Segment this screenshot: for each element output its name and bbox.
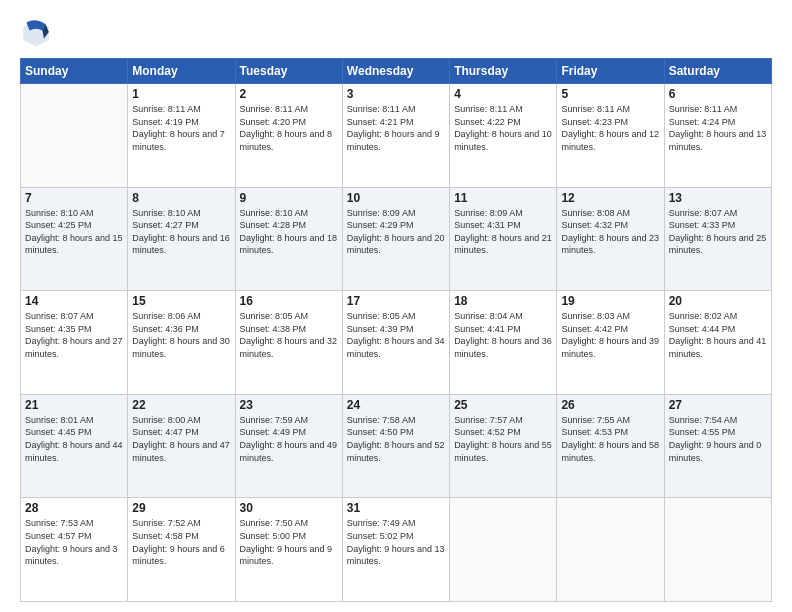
- calendar-cell: 1Sunrise: 8:11 AMSunset: 4:19 PMDaylight…: [128, 84, 235, 188]
- header: [20, 16, 772, 48]
- calendar-cell: 20Sunrise: 8:02 AMSunset: 4:44 PMDayligh…: [664, 291, 771, 395]
- calendar-cell: [664, 498, 771, 602]
- calendar-cell: 18Sunrise: 8:04 AMSunset: 4:41 PMDayligh…: [450, 291, 557, 395]
- calendar-cell: 17Sunrise: 8:05 AMSunset: 4:39 PMDayligh…: [342, 291, 449, 395]
- calendar-week-row: 7Sunrise: 8:10 AMSunset: 4:25 PMDaylight…: [21, 187, 772, 291]
- day-info: Sunrise: 8:06 AMSunset: 4:36 PMDaylight:…: [132, 310, 230, 360]
- day-number: 7: [25, 191, 123, 205]
- day-header: Tuesday: [235, 59, 342, 84]
- calendar-cell: 12Sunrise: 8:08 AMSunset: 4:32 PMDayligh…: [557, 187, 664, 291]
- day-info: Sunrise: 7:55 AMSunset: 4:53 PMDaylight:…: [561, 414, 659, 464]
- day-header: Thursday: [450, 59, 557, 84]
- calendar-cell: 19Sunrise: 8:03 AMSunset: 4:42 PMDayligh…: [557, 291, 664, 395]
- calendar-cell: 27Sunrise: 7:54 AMSunset: 4:55 PMDayligh…: [664, 394, 771, 498]
- day-number: 25: [454, 398, 552, 412]
- day-info: Sunrise: 8:05 AMSunset: 4:39 PMDaylight:…: [347, 310, 445, 360]
- day-number: 23: [240, 398, 338, 412]
- day-number: 14: [25, 294, 123, 308]
- calendar-week-row: 14Sunrise: 8:07 AMSunset: 4:35 PMDayligh…: [21, 291, 772, 395]
- calendar-week-row: 28Sunrise: 7:53 AMSunset: 4:57 PMDayligh…: [21, 498, 772, 602]
- day-number: 15: [132, 294, 230, 308]
- day-number: 8: [132, 191, 230, 205]
- day-info: Sunrise: 8:11 AMSunset: 4:21 PMDaylight:…: [347, 103, 445, 153]
- day-header: Sunday: [21, 59, 128, 84]
- day-number: 6: [669, 87, 767, 101]
- calendar-cell: 13Sunrise: 8:07 AMSunset: 4:33 PMDayligh…: [664, 187, 771, 291]
- day-info: Sunrise: 7:49 AMSunset: 5:02 PMDaylight:…: [347, 517, 445, 567]
- day-header: Wednesday: [342, 59, 449, 84]
- calendar-cell: 28Sunrise: 7:53 AMSunset: 4:57 PMDayligh…: [21, 498, 128, 602]
- day-number: 22: [132, 398, 230, 412]
- calendar-cell: 23Sunrise: 7:59 AMSunset: 4:49 PMDayligh…: [235, 394, 342, 498]
- day-info: Sunrise: 8:09 AMSunset: 4:29 PMDaylight:…: [347, 207, 445, 257]
- day-number: 27: [669, 398, 767, 412]
- calendar-cell: 24Sunrise: 7:58 AMSunset: 4:50 PMDayligh…: [342, 394, 449, 498]
- day-number: 20: [669, 294, 767, 308]
- calendar-week-row: 1Sunrise: 8:11 AMSunset: 4:19 PMDaylight…: [21, 84, 772, 188]
- day-info: Sunrise: 7:50 AMSunset: 5:00 PMDaylight:…: [240, 517, 338, 567]
- calendar-cell: 16Sunrise: 8:05 AMSunset: 4:38 PMDayligh…: [235, 291, 342, 395]
- calendar-cell: 10Sunrise: 8:09 AMSunset: 4:29 PMDayligh…: [342, 187, 449, 291]
- day-number: 19: [561, 294, 659, 308]
- calendar-cell: 25Sunrise: 7:57 AMSunset: 4:52 PMDayligh…: [450, 394, 557, 498]
- day-info: Sunrise: 7:57 AMSunset: 4:52 PMDaylight:…: [454, 414, 552, 464]
- day-number: 2: [240, 87, 338, 101]
- day-number: 26: [561, 398, 659, 412]
- calendar-cell: 5Sunrise: 8:11 AMSunset: 4:23 PMDaylight…: [557, 84, 664, 188]
- day-info: Sunrise: 7:54 AMSunset: 4:55 PMDaylight:…: [669, 414, 767, 464]
- calendar-cell: 2Sunrise: 8:11 AMSunset: 4:20 PMDaylight…: [235, 84, 342, 188]
- calendar-cell: [21, 84, 128, 188]
- logo-icon: [20, 16, 52, 48]
- day-info: Sunrise: 8:10 AMSunset: 4:25 PMDaylight:…: [25, 207, 123, 257]
- day-number: 28: [25, 501, 123, 515]
- day-number: 3: [347, 87, 445, 101]
- calendar-cell: 31Sunrise: 7:49 AMSunset: 5:02 PMDayligh…: [342, 498, 449, 602]
- calendar-cell: 30Sunrise: 7:50 AMSunset: 5:00 PMDayligh…: [235, 498, 342, 602]
- calendar-cell: [557, 498, 664, 602]
- day-info: Sunrise: 8:11 AMSunset: 4:23 PMDaylight:…: [561, 103, 659, 153]
- day-number: 11: [454, 191, 552, 205]
- day-info: Sunrise: 8:08 AMSunset: 4:32 PMDaylight:…: [561, 207, 659, 257]
- day-number: 18: [454, 294, 552, 308]
- day-info: Sunrise: 7:53 AMSunset: 4:57 PMDaylight:…: [25, 517, 123, 567]
- calendar-cell: 22Sunrise: 8:00 AMSunset: 4:47 PMDayligh…: [128, 394, 235, 498]
- day-info: Sunrise: 8:09 AMSunset: 4:31 PMDaylight:…: [454, 207, 552, 257]
- calendar-cell: 21Sunrise: 8:01 AMSunset: 4:45 PMDayligh…: [21, 394, 128, 498]
- day-info: Sunrise: 7:58 AMSunset: 4:50 PMDaylight:…: [347, 414, 445, 464]
- day-number: 17: [347, 294, 445, 308]
- day-number: 10: [347, 191, 445, 205]
- day-header: Friday: [557, 59, 664, 84]
- calendar-cell: 15Sunrise: 8:06 AMSunset: 4:36 PMDayligh…: [128, 291, 235, 395]
- calendar-week-row: 21Sunrise: 8:01 AMSunset: 4:45 PMDayligh…: [21, 394, 772, 498]
- day-number: 13: [669, 191, 767, 205]
- day-number: 12: [561, 191, 659, 205]
- calendar-cell: 11Sunrise: 8:09 AMSunset: 4:31 PMDayligh…: [450, 187, 557, 291]
- day-info: Sunrise: 8:11 AMSunset: 4:24 PMDaylight:…: [669, 103, 767, 153]
- calendar-cell: 3Sunrise: 8:11 AMSunset: 4:21 PMDaylight…: [342, 84, 449, 188]
- day-header: Monday: [128, 59, 235, 84]
- day-info: Sunrise: 8:11 AMSunset: 4:19 PMDaylight:…: [132, 103, 230, 153]
- logo: [20, 16, 56, 48]
- calendar-cell: 14Sunrise: 8:07 AMSunset: 4:35 PMDayligh…: [21, 291, 128, 395]
- day-number: 16: [240, 294, 338, 308]
- day-number: 1: [132, 87, 230, 101]
- calendar-cell: 8Sunrise: 8:10 AMSunset: 4:27 PMDaylight…: [128, 187, 235, 291]
- calendar-cell: 26Sunrise: 7:55 AMSunset: 4:53 PMDayligh…: [557, 394, 664, 498]
- calendar-cell: 6Sunrise: 8:11 AMSunset: 4:24 PMDaylight…: [664, 84, 771, 188]
- calendar-cell: [450, 498, 557, 602]
- day-info: Sunrise: 7:52 AMSunset: 4:58 PMDaylight:…: [132, 517, 230, 567]
- day-header: Saturday: [664, 59, 771, 84]
- day-number: 21: [25, 398, 123, 412]
- calendar-table: SundayMondayTuesdayWednesdayThursdayFrid…: [20, 58, 772, 602]
- day-info: Sunrise: 8:07 AMSunset: 4:35 PMDaylight:…: [25, 310, 123, 360]
- calendar-cell: 29Sunrise: 7:52 AMSunset: 4:58 PMDayligh…: [128, 498, 235, 602]
- day-info: Sunrise: 8:03 AMSunset: 4:42 PMDaylight:…: [561, 310, 659, 360]
- calendar-cell: 9Sunrise: 8:10 AMSunset: 4:28 PMDaylight…: [235, 187, 342, 291]
- day-info: Sunrise: 8:11 AMSunset: 4:22 PMDaylight:…: [454, 103, 552, 153]
- day-info: Sunrise: 8:10 AMSunset: 4:27 PMDaylight:…: [132, 207, 230, 257]
- day-number: 24: [347, 398, 445, 412]
- day-info: Sunrise: 8:11 AMSunset: 4:20 PMDaylight:…: [240, 103, 338, 153]
- day-number: 30: [240, 501, 338, 515]
- calendar-cell: 7Sunrise: 8:10 AMSunset: 4:25 PMDaylight…: [21, 187, 128, 291]
- day-info: Sunrise: 8:04 AMSunset: 4:41 PMDaylight:…: [454, 310, 552, 360]
